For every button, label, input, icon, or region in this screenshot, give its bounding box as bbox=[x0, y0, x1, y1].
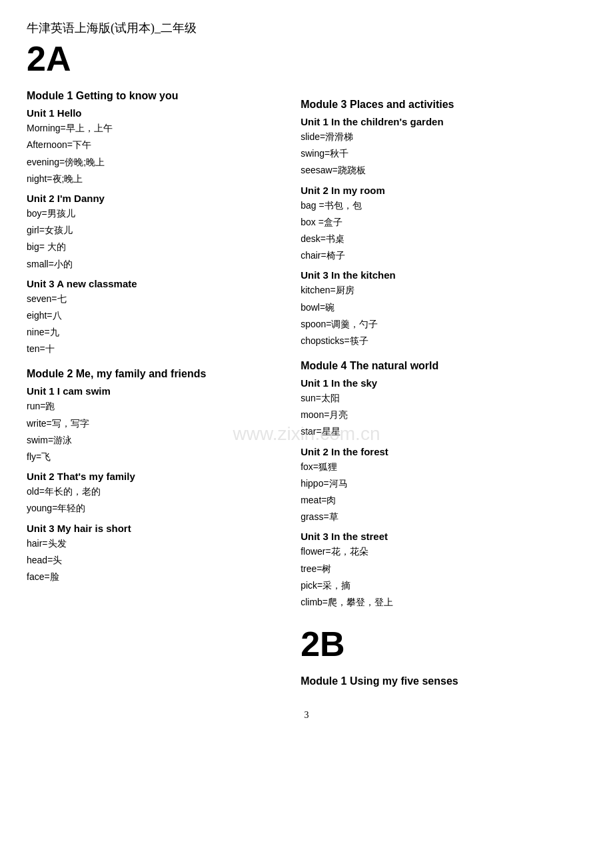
unit-4-3-title: Unit 3 In the street bbox=[301, 531, 586, 542]
unit-2-1-vocab: fly=飞 bbox=[27, 449, 281, 465]
unit-1-1-vocab: Afternoon=下午 bbox=[27, 137, 281, 153]
module1-title: Module 1 Getting to know you bbox=[27, 90, 281, 102]
module-2b-1-title: Module 1 Using my five senses bbox=[301, 675, 586, 687]
unit-3-3-vocab: chopsticks=筷子 bbox=[301, 333, 586, 349]
unit-1-2-vocab: boy=男孩儿 bbox=[27, 205, 281, 222]
module4-title: Module 4 The natural world bbox=[301, 360, 586, 372]
module3-title: Module 3 Places and activities bbox=[301, 99, 586, 111]
page-header: 牛津英语上海版(试用本)_二年级 bbox=[27, 20, 586, 36]
unit-4-2-title: Unit 2 In the forest bbox=[301, 446, 586, 457]
unit-3-2-vocab: chair=椅子 bbox=[301, 247, 586, 264]
unit-1-1-vocab: Morning=早上，上午 bbox=[27, 120, 281, 137]
unit-4-1-vocab: sun=太阳 bbox=[301, 390, 586, 407]
unit-2-3-vocab: hair=头发 bbox=[27, 535, 281, 552]
unit-4-2-vocab: fox=狐狸 bbox=[301, 459, 586, 475]
unit-2-1-vocab: run=跑 bbox=[27, 398, 281, 415]
unit-2-3-vocab: face=脸 bbox=[27, 569, 281, 585]
unit-2-2-vocab: old=年长的，老的 bbox=[27, 483, 281, 500]
unit-3-2-title: Unit 2 In my room bbox=[301, 185, 586, 196]
unit-3-3-vocab: bowl=碗 bbox=[301, 299, 586, 316]
unit-4-3-vocab: climb=爬，攀登，登上 bbox=[301, 594, 586, 611]
unit-4-3-vocab: tree=树 bbox=[301, 561, 586, 577]
unit-4-2-vocab: meat=肉 bbox=[301, 492, 586, 509]
unit-1-1-title: Unit 1 Hello bbox=[27, 107, 281, 119]
unit-2-2-title: Unit 2 That's my family bbox=[27, 471, 281, 482]
unit-1-2-title: Unit 2 I'm Danny bbox=[27, 193, 281, 204]
unit-1-2-vocab: small=小的 bbox=[27, 256, 281, 273]
unit-4-3-vocab: flower=花，花朵 bbox=[301, 543, 586, 560]
unit-3-3-vocab: kitchen=厨房 bbox=[301, 282, 586, 299]
unit-4-1-title: Unit 1 In the sky bbox=[301, 377, 586, 389]
unit-3-2-vocab: desk=书桌 bbox=[301, 231, 586, 247]
unit-1-3-title: Unit 3 A new classmate bbox=[27, 278, 281, 289]
unit-1-3-vocab: eight=八 bbox=[27, 307, 281, 324]
unit-2-3-vocab: head=头 bbox=[27, 552, 281, 569]
unit-3-3-title: Unit 3 In the kitchen bbox=[301, 269, 586, 281]
unit-2-3-title: Unit 3 My hair is short bbox=[27, 523, 281, 534]
unit-3-3-vocab: spoon=调羹，勺子 bbox=[301, 316, 586, 333]
grade-title-2b: 2B bbox=[301, 625, 586, 663]
unit-4-1-vocab: moon=月亮 bbox=[301, 407, 586, 423]
page-number: 3 bbox=[27, 710, 586, 721]
unit-1-3-vocab: ten=十 bbox=[27, 341, 281, 357]
unit-4-1-vocab: star=星星 bbox=[301, 423, 586, 440]
unit-1-2-vocab: big= 大的 bbox=[27, 239, 281, 255]
unit-3-2-vocab: bag =书包，包 bbox=[301, 197, 586, 214]
unit-2-1-vocab: swim=游泳 bbox=[27, 432, 281, 449]
unit-1-3-vocab: seven=七 bbox=[27, 291, 281, 307]
unit-2-2-vocab: young=年轻的 bbox=[27, 500, 281, 517]
unit-3-2-vocab: box =盒子 bbox=[301, 214, 586, 231]
unit-2-1-vocab: write=写，写字 bbox=[27, 415, 281, 432]
unit-4-2-vocab: hippo=河马 bbox=[301, 475, 586, 492]
unit-1-1-vocab: evening=傍晚;晚上 bbox=[27, 154, 281, 171]
grade-title-2a: 2A bbox=[27, 40, 281, 78]
unit-3-1-vocab: slide=滑滑梯 bbox=[301, 129, 586, 145]
module2-title: Module 2 Me, my family and friends bbox=[27, 368, 281, 380]
unit-3-1-title: Unit 1 In the children's garden bbox=[301, 116, 586, 127]
unit-3-1-vocab: seesaw=跷跷板 bbox=[301, 162, 586, 179]
unit-1-1-vocab: night=夜;晚上 bbox=[27, 171, 281, 187]
unit-4-2-vocab: grass=草 bbox=[301, 509, 586, 525]
unit-4-3-vocab: pick=采，摘 bbox=[301, 577, 586, 594]
unit-1-3-vocab: nine=九 bbox=[27, 324, 281, 341]
unit-3-1-vocab: swing=秋千 bbox=[301, 145, 586, 162]
unit-1-2-vocab: girl=女孩儿 bbox=[27, 222, 281, 239]
unit-2-1-title: Unit 1 I cam swim bbox=[27, 385, 281, 397]
